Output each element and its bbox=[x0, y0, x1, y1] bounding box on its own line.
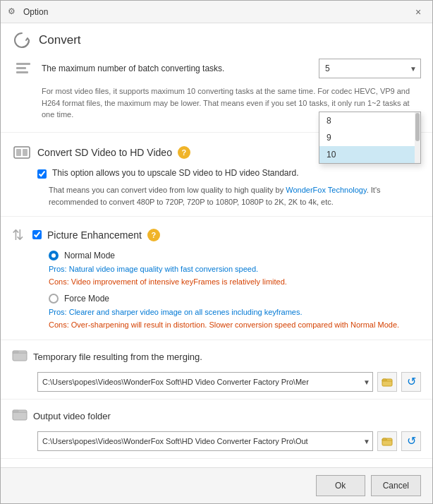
output-folder-select[interactable]: C:\Users\popes\Videos\WonderFox Soft\HD … bbox=[37, 431, 373, 451]
output-folder-section: Output video folder C:\Users\popes\Video… bbox=[1, 400, 432, 459]
svg-rect-5 bbox=[23, 149, 28, 156]
temp-file-input-row: C:\Users\popes\Videos\WonderFox Soft\HD … bbox=[37, 372, 421, 392]
content-area: Convert The maximum number of batch conv… bbox=[1, 23, 432, 467]
output-folder-icon bbox=[12, 407, 28, 426]
close-button[interactable]: × bbox=[411, 5, 425, 19]
normal-mode-cons: Cons: Video improvement of intensive key… bbox=[49, 276, 421, 288]
enhance-arrows-icon: ⇅ bbox=[12, 227, 24, 244]
convert-icon bbox=[12, 30, 32, 50]
output-folder-input-row: C:\Users\popes\Videos\WonderFox Soft\HD … bbox=[37, 431, 421, 451]
sd-hd-title: Convert SD Video to HD Video bbox=[37, 147, 172, 158]
dropdown-item-10[interactable]: 10 bbox=[319, 146, 420, 163]
normal-mode-radio[interactable] bbox=[49, 251, 59, 260]
batch-select[interactable]: 5 8 9 10 bbox=[319, 59, 421, 78]
ok-button[interactable]: Ok bbox=[316, 475, 365, 496]
batch-select-wrapper: 5 8 9 10 ▼ bbox=[319, 59, 421, 78]
sd-hd-checkbox[interactable] bbox=[37, 169, 47, 179]
svg-rect-1 bbox=[16, 67, 26, 69]
output-folder-header: Output video folder bbox=[12, 407, 421, 426]
batch-row: The maximum number of batch converting t… bbox=[12, 57, 421, 80]
sd-hd-checkbox-row: This option allows you to upscale SD vid… bbox=[37, 168, 421, 179]
force-mode-group: Force Mode bbox=[49, 294, 421, 304]
enhance-header: ⇅ Picture Enhancement ? bbox=[12, 227, 421, 244]
temp-file-title: Temporary file resulting from the mergin… bbox=[33, 352, 202, 362]
normal-mode-item: Normal Mode bbox=[49, 251, 421, 260]
svg-rect-10 bbox=[13, 410, 18, 412]
dropdown-item-8[interactable]: 8 bbox=[319, 112, 420, 129]
svg-rect-7 bbox=[13, 351, 18, 353]
sd-hd-icon bbox=[12, 143, 32, 162]
output-browse-button[interactable] bbox=[377, 431, 397, 451]
force-mode-radio[interactable] bbox=[49, 294, 59, 304]
sd-hd-help-icon[interactable]: ? bbox=[178, 146, 190, 159]
scroll-thumb bbox=[415, 113, 420, 141]
temp-browse-button[interactable] bbox=[377, 372, 397, 392]
svg-rect-4 bbox=[16, 149, 21, 156]
convert-header: Convert bbox=[12, 30, 421, 50]
enhance-title: Picture Enhancement bbox=[47, 229, 142, 241]
force-mode-pros: Pros: Clearer and sharper video image on… bbox=[49, 306, 421, 318]
svg-rect-0 bbox=[16, 63, 30, 65]
force-mode-cons: Cons: Over-sharpening will result in dis… bbox=[49, 319, 421, 331]
enhance-help-icon[interactable]: ? bbox=[147, 229, 160, 241]
batch-dropdown[interactable]: 8 9 10 bbox=[319, 112, 421, 164]
batch-icon bbox=[12, 57, 35, 80]
sd-hd-description: That means you can convert video from lo… bbox=[49, 184, 410, 209]
output-folder-title: Output video folder bbox=[33, 411, 111, 421]
force-mode-item: Force Mode bbox=[49, 294, 421, 304]
sd-hd-checkbox-label: This option allows you to upscale SD vid… bbox=[52, 168, 299, 178]
picture-enhancement-section: ⇅ Picture Enhancement ? Normal Mode Pros… bbox=[1, 217, 432, 340]
svg-rect-2 bbox=[16, 71, 28, 73]
dropdown-scrollbar bbox=[415, 112, 420, 163]
normal-mode-label: Normal Mode bbox=[64, 251, 115, 260]
temp-file-select[interactable]: C:\Users\popes\Videos\WonderFox Soft\HD … bbox=[37, 372, 373, 392]
option-dialog: ⚙ Option × Convert bbox=[0, 0, 433, 504]
convert-title: Convert bbox=[39, 33, 81, 47]
batch-label: The maximum number of batch converting t… bbox=[42, 64, 312, 73]
footer: Ok Cancel bbox=[1, 467, 432, 503]
dialog-title: Option bbox=[23, 7, 411, 17]
temp-folder-icon bbox=[12, 347, 28, 366]
gear-icon: ⚙ bbox=[8, 6, 19, 18]
dropdown-item-9[interactable]: 9 bbox=[319, 129, 420, 146]
cancel-button[interactable]: Cancel bbox=[371, 475, 421, 496]
temp-refresh-button[interactable]: ↺ bbox=[401, 372, 421, 392]
titlebar: ⚙ Option × bbox=[1, 1, 432, 23]
temp-file-section: Temporary file resulting from the mergin… bbox=[1, 340, 432, 400]
radio-group: Normal Mode bbox=[49, 251, 421, 260]
normal-mode-pros: Pros: Natural video image quality with f… bbox=[49, 263, 421, 275]
temp-file-header: Temporary file resulting from the mergin… bbox=[12, 347, 421, 366]
enhance-checkbox[interactable] bbox=[32, 230, 42, 239]
force-mode-label: Force Mode bbox=[64, 294, 109, 304]
output-refresh-button[interactable]: ↺ bbox=[401, 431, 421, 451]
temp-file-input-wrapper: C:\Users\popes\Videos\WonderFox Soft\HD … bbox=[37, 372, 373, 392]
output-folder-input-wrapper: C:\Users\popes\Videos\WonderFox Soft\HD … bbox=[37, 431, 373, 451]
